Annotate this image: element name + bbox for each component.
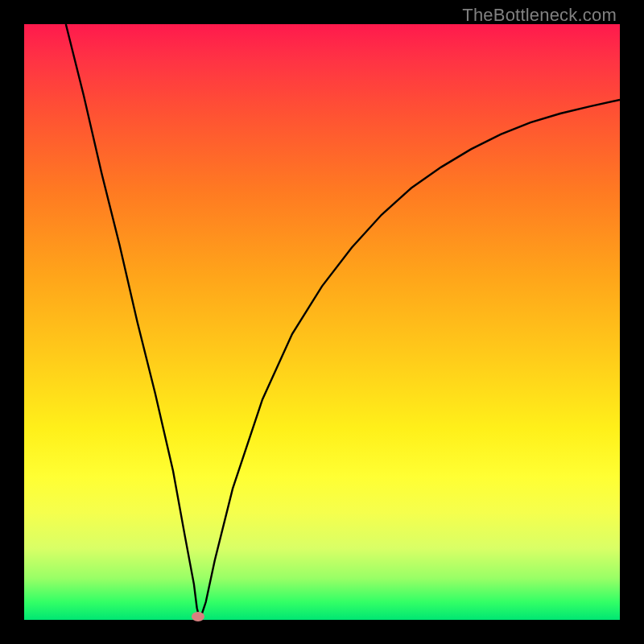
watermark-text: TheBottleneck.com <box>462 5 617 26</box>
plot-area <box>24 24 620 620</box>
chart-frame: TheBottleneck.com <box>0 0 644 644</box>
bottleneck-curve <box>24 24 620 620</box>
curve-path <box>66 24 620 620</box>
minimum-marker <box>192 612 204 621</box>
